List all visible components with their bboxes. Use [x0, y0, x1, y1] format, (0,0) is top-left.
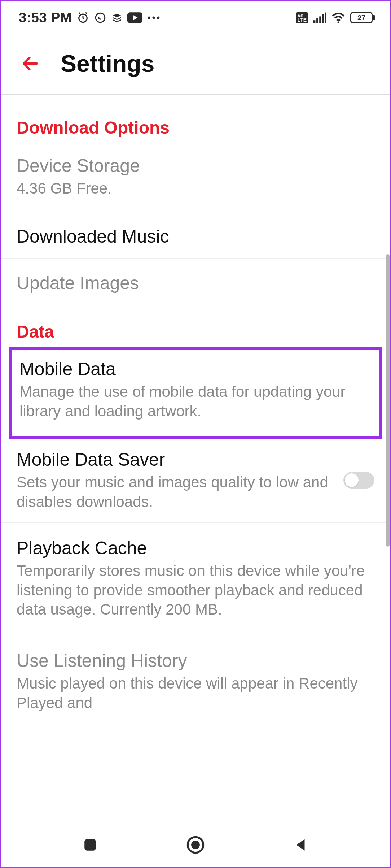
system-nav-bar	[1, 823, 390, 867]
svg-point-11	[337, 21, 339, 23]
status-bar: 3:53 PM VoLTE	[1, 1, 390, 34]
row-title: Mobile Data	[19, 358, 372, 380]
status-left: 3:53 PM	[19, 10, 160, 26]
back-nav-button[interactable]	[286, 830, 315, 859]
page-title: Settings	[61, 50, 154, 77]
row-device-storage[interactable]: Device Storage 4.36 GB Free.	[1, 146, 390, 209]
svg-rect-9	[322, 14, 324, 23]
alarm-icon	[77, 12, 89, 24]
battery-icon: 27	[350, 12, 375, 23]
app-header: Settings	[1, 34, 390, 94]
row-subtitle: Temporarily stores music on this device …	[17, 561, 374, 619]
svg-rect-6	[313, 20, 315, 23]
row-title: Mobile Data Saver	[17, 449, 335, 470]
row-title: Downloaded Music	[17, 226, 374, 247]
row-mobile-data-saver[interactable]: Mobile Data Saver Sets your music and im…	[1, 442, 390, 523]
status-right: VoLTE 27	[296, 12, 375, 23]
wifi-icon	[331, 12, 345, 23]
row-subtitle: Sets your music and images quality to lo…	[17, 473, 335, 512]
back-button[interactable]	[19, 52, 42, 75]
section-data: Data	[1, 308, 390, 345]
battery-percent: 27	[357, 14, 365, 22]
row-downloaded-music[interactable]: Downloaded Music	[1, 209, 390, 259]
row-mobile-data[interactable]: Mobile Data Manage the use of mobile dat…	[9, 347, 382, 439]
divider	[1, 95, 390, 99]
signal-icon	[313, 12, 326, 23]
row-subtitle: Manage the use of mobile data for updati…	[19, 382, 372, 421]
row-listening-history[interactable]: Use Listening History Music played on th…	[1, 630, 390, 724]
settings-list[interactable]: Download Options Device Storage 4.36 GB …	[1, 99, 390, 823]
svg-rect-7	[316, 18, 318, 23]
svg-point-1	[96, 13, 105, 22]
row-title: Device Storage	[17, 155, 374, 177]
recents-button[interactable]	[76, 830, 105, 859]
row-title: Playback Cache	[17, 537, 374, 559]
svg-rect-10	[325, 13, 326, 23]
whatsapp-icon	[94, 12, 106, 24]
row-playback-cache[interactable]: Playback Cache Temporarily stores music …	[1, 523, 390, 630]
home-button[interactable]	[181, 830, 210, 859]
volte-icon: VoLTE	[296, 12, 308, 23]
mobile-data-saver-toggle[interactable]	[343, 472, 374, 489]
row-subtitle: Music played on this device will appear …	[17, 674, 374, 713]
row-update-images[interactable]: Update Images	[1, 259, 390, 308]
svg-point-5	[157, 16, 159, 19]
svg-point-3	[148, 16, 150, 19]
scrollbar[interactable]	[386, 254, 390, 547]
youtube-icon	[127, 12, 142, 23]
section-download-options: Download Options	[1, 99, 390, 146]
svg-point-14	[191, 841, 200, 849]
row-title: Update Images	[17, 272, 374, 294]
row-subtitle: 4.36 GB Free.	[17, 179, 374, 198]
row-title: Use Listening History	[17, 650, 374, 672]
svg-point-4	[153, 16, 155, 19]
svg-rect-12	[84, 839, 96, 851]
more-icon	[148, 16, 160, 19]
svg-rect-8	[319, 16, 321, 23]
layers-icon	[111, 12, 122, 24]
status-time: 3:53 PM	[19, 10, 72, 26]
